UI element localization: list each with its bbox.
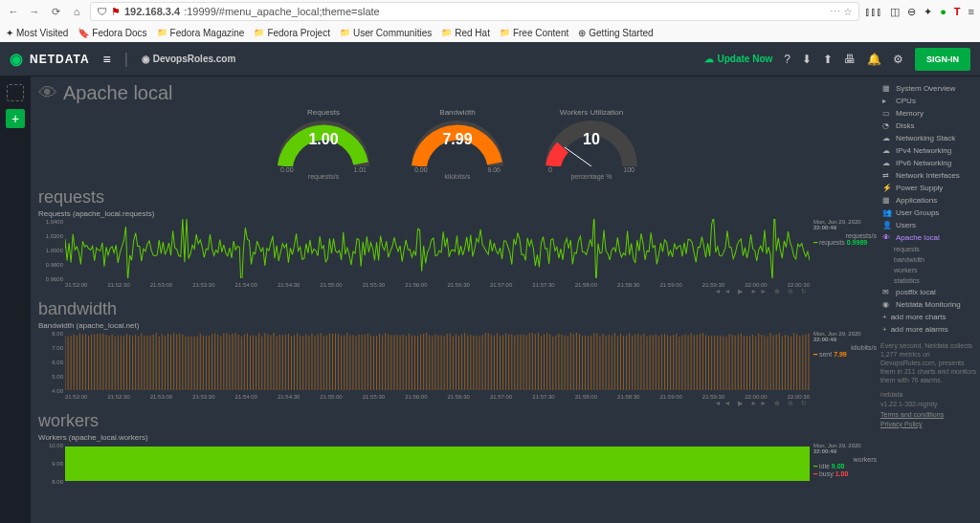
bookmark-item[interactable]: 🔖 Fedora Docs	[78, 28, 146, 38]
toolbar-right: ⫿⫿⫿ ◫ ⊖ ✦ ● T ≡	[865, 6, 974, 18]
menu-item[interactable]: ▦Applications	[880, 194, 976, 207]
sidebar-icon[interactable]: ◫	[890, 6, 900, 18]
version: netdatav1.22.1-302-nightly	[880, 390, 976, 407]
gear-icon[interactable]: ⚙	[893, 53, 903, 66]
menu-item[interactable]: ☁Networking Stack	[880, 132, 976, 144]
stats-info: Every second, Netdata collects 1,277 met…	[880, 341, 976, 384]
menu-item[interactable]: ◉Netdata Monitoring	[880, 298, 976, 311]
menu-item[interactable]: ◔Disks	[880, 120, 976, 132]
hamburger-icon[interactable]: ≡	[103, 52, 111, 67]
signin-button[interactable]: SIGN-IN	[915, 48, 970, 71]
privacy-link[interactable]: Privacy Policy	[880, 421, 976, 427]
upload-icon[interactable]: ⬆	[823, 53, 833, 66]
chart-requests[interactable]: 1.04001.02001.00000.98000.9600 Mon, Jun …	[38, 219, 877, 282]
menu-item[interactable]: ✉postfix local	[880, 286, 976, 298]
chart-title-bandwidth: Bandwidth (apache_local.net)	[38, 321, 877, 330]
menu-sub-item[interactable]: workers	[880, 265, 976, 275]
sync-icon[interactable]: ⊖	[907, 6, 916, 18]
flag-icon: ⚑	[111, 6, 121, 18]
menu-item[interactable]: 👤Users	[880, 219, 976, 231]
logo-icon: ◉	[10, 50, 24, 68]
gauge-bandwidth[interactable]: Bandwidth 7.99 0.008.06 kilobits/s	[405, 108, 510, 180]
menu-item[interactable]: ▸CPUs	[880, 95, 976, 107]
forward-button[interactable]: →	[27, 4, 42, 19]
menu-item[interactable]: ⇄Network Interfaces	[880, 169, 976, 182]
bookmark-item[interactable]: 📁 User Communities	[340, 28, 432, 38]
add-alarms[interactable]: + add more alarms	[880, 323, 976, 336]
content: 👁 Apache local Requests 1.00 0.001.01 re…	[31, 76, 877, 523]
bookmark-item[interactable]: 📁 Fedora Magazine	[157, 28, 245, 38]
app-root: ◉ NETDATA ≡ | ◉ DevopsRoles.com ☁ Update…	[0, 42, 980, 523]
menu-sub-item[interactable]: bandwidth	[880, 254, 976, 265]
section-requests: requests	[38, 187, 877, 207]
bookmark-item[interactable]: ⊕ Getting Started	[578, 28, 653, 38]
ext2-icon[interactable]: ●	[940, 6, 947, 17]
top-bar: ◉ NETDATA ≡ | ◉ DevopsRoles.com ☁ Update…	[0, 42, 980, 76]
menu-sub-item[interactable]: requests	[880, 244, 976, 254]
ext3-icon[interactable]: T	[954, 6, 961, 17]
url-bar[interactable]: 🛡 ⚑ 192.168.3.4 :19999/#menu_apache_loca…	[90, 2, 859, 21]
help-icon[interactable]: ?	[784, 53, 791, 66]
svg-rect-1	[65, 447, 810, 481]
gauge-requests[interactable]: Requests 1.00 0.001.01 requests/s	[271, 108, 376, 180]
gauges-row: Requests 1.00 0.001.01 requests/s Bandwi…	[38, 108, 877, 180]
menu-item[interactable]: ▦System Overview	[880, 82, 976, 95]
bell-icon[interactable]: 🔔	[867, 53, 881, 66]
section-workers: workers	[38, 411, 877, 431]
chart-tools[interactable]: ◄◄ ▶ ►► ⊕ ⊖ ↻	[38, 400, 877, 407]
menu-sub-item[interactable]: statistics	[880, 275, 976, 286]
section-bandwidth: bandwidth	[38, 299, 877, 319]
back-button[interactable]: ←	[6, 4, 21, 19]
svg-line-0	[565, 147, 591, 166]
update-button[interactable]: ☁ Update Now	[704, 54, 773, 64]
library-icon[interactable]: ⫿⫿⫿	[865, 6, 882, 17]
add-node-button[interactable]: +	[6, 109, 25, 128]
eye-icon: 👁	[38, 82, 57, 104]
add-charts[interactable]: + add more charts	[880, 311, 976, 323]
logo[interactable]: ◉ NETDATA	[10, 50, 90, 68]
menu-icon[interactable]: ≡	[969, 6, 974, 17]
reload-button[interactable]: ⟳	[48, 4, 63, 19]
gauge-workers[interactable]: Workers Utilization 10 0100 percentage %	[539, 108, 644, 180]
home-button[interactable]: ⌂	[69, 4, 84, 19]
menu-item[interactable]: ⚡Power Supply	[880, 182, 976, 194]
bookmark-item[interactable]: 📁 Fedora Project	[254, 28, 330, 38]
url-host: 192.168.3.4	[124, 6, 180, 17]
menu-item[interactable]: ▭Memory	[880, 107, 976, 120]
chart-title-requests: Requests (apache_local.requests)	[38, 209, 877, 218]
ext1-icon[interactable]: ✦	[924, 6, 932, 18]
host-selector[interactable]: ◉ DevopsRoles.com	[142, 54, 235, 64]
url-path: :19999/#menu_apache_local;theme=slate	[184, 6, 380, 17]
bookmark-item[interactable]: ✦ Most Visited	[6, 28, 68, 38]
chart-title-workers: Workers (apache_local.workers)	[38, 433, 877, 442]
chart-tools[interactable]: ◄◄ ▶ ►► ⊕ ⊖ ↻	[38, 288, 877, 295]
menu-item[interactable]: 👥User Groups	[880, 207, 976, 219]
terms-link[interactable]: Terms and conditions	[880, 411, 976, 418]
shield-icon: 🛡	[97, 6, 107, 17]
browser-chrome: ← → ⟳ ⌂ 🛡 ⚑ 192.168.3.4 :19999/#menu_apa…	[0, 0, 980, 42]
bookmark-bar: ✦ Most Visited 🔖 Fedora Docs 📁 Fedora Ma…	[0, 23, 980, 42]
bookmark-item[interactable]: 📁 Free Content	[500, 28, 568, 38]
print-icon[interactable]: 🖶	[844, 53, 856, 66]
bookmark-item[interactable]: 📁 Red Hat	[441, 28, 490, 38]
left-gutter: +	[0, 76, 31, 523]
menu-item[interactable]: 👁Apache local	[880, 231, 976, 244]
page-title: 👁 Apache local	[38, 82, 877, 104]
node-placeholder[interactable]	[7, 84, 24, 101]
right-menu: ▦System Overview▸CPUs▭Memory◔Disks☁Netwo…	[877, 76, 980, 523]
download-icon[interactable]: ⬇	[802, 53, 812, 66]
menu-item[interactable]: ☁IPv6 Networking	[880, 157, 976, 169]
chart-bandwidth[interactable]: 8.007.006.005.004.00 Mon, Jun 29, 2020 2…	[38, 331, 877, 394]
brand: NETDATA	[30, 53, 90, 66]
chart-workers[interactable]: 10.009.008.00 Mon, Jun 29, 2020 22:00:49…	[38, 443, 877, 485]
menu-item[interactable]: ☁IPv4 Networking	[880, 144, 976, 157]
